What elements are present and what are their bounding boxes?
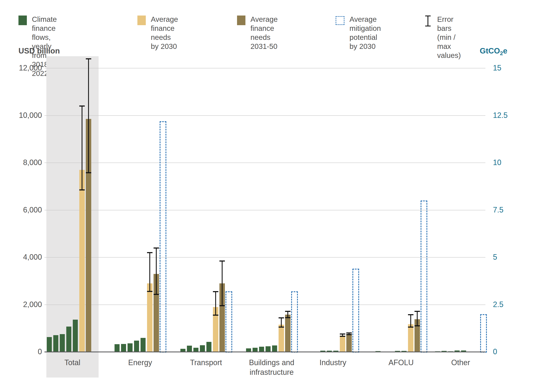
bar-flows-energy-2020 xyxy=(127,343,133,352)
error-need2030-industry-cap-max xyxy=(340,333,345,335)
error-need2030-total-line xyxy=(82,106,82,190)
bar-flows-energy-2019 xyxy=(121,344,126,352)
right-axis-tick-0: 0 xyxy=(493,347,497,356)
error-need2031-50-transport-line xyxy=(222,261,223,306)
error-need2030-energy-cap-max xyxy=(147,252,153,253)
bar-flows-total-2018 xyxy=(47,337,52,352)
mitigation-box-afolu xyxy=(420,201,427,353)
error-need2031-50-transport-cap-max xyxy=(219,261,225,261)
category-label-line: Transport xyxy=(173,358,240,368)
bar-flows-energy-2022 xyxy=(140,338,145,352)
mitigation-box-energy xyxy=(160,121,166,353)
error-need2031-50-buildings-and-infrastructure-cap-max xyxy=(285,311,290,312)
error-need2031-50-energy-cap-max xyxy=(154,247,159,248)
bar-need2030-buildings-and-infrastructure xyxy=(279,325,284,352)
left-axis-tick-0: 0 xyxy=(1,347,42,356)
right-axis-tick-7-5: 7.5 xyxy=(493,205,504,214)
bar-flows-total-2019 xyxy=(53,335,58,352)
error-need2031-50-buildings-and-infrastructure-cap-min xyxy=(285,317,290,318)
gridline-12000 xyxy=(44,68,486,68)
category-label-line: AFOLU xyxy=(368,358,435,368)
left-axis-tick-6000: 6,000 xyxy=(1,205,42,214)
error-need2030-buildings-and-infrastructure-cap-min xyxy=(279,327,284,328)
bar-need2030-energy xyxy=(147,283,153,352)
category-label-energy: Energy xyxy=(107,358,174,368)
bar-flows-energy-2021 xyxy=(134,341,139,352)
error-need2031-50-afolu-line xyxy=(417,311,418,326)
error-need2030-afolu-cap-min xyxy=(408,327,413,328)
bar-need2030-industry xyxy=(340,336,345,352)
bar-flows-buildings-and-infrastructure-2019 xyxy=(252,348,258,352)
bar-flows-transport-2019 xyxy=(187,346,192,352)
right-axis-tick-5: 5 xyxy=(493,253,497,261)
right-axis-tick-2-5: 2.5 xyxy=(493,300,504,309)
category-label-line: Buildings and xyxy=(238,358,305,368)
error-need2030-total-cap-max xyxy=(79,106,85,107)
mitigation-box-industry xyxy=(352,269,359,353)
error-need2031-50-afolu-cap-min xyxy=(415,325,420,326)
left-axis-tick-4000: 4,000 xyxy=(1,253,42,261)
error-need2030-afolu-cap-max xyxy=(408,314,413,315)
category-label-other: Other xyxy=(427,358,494,368)
error-need2030-buildings-and-infrastructure-line xyxy=(281,318,282,327)
gridline-10000 xyxy=(44,115,486,116)
error-need2030-transport-cap-min xyxy=(213,315,218,316)
plot-area: 02,0004,0006,0008,00010,00012,00002.557.… xyxy=(0,0,537,392)
right-axis-tick-10: 10 xyxy=(493,158,501,167)
x-axis-line xyxy=(44,351,486,352)
left-axis-tick-10000: 10,000 xyxy=(1,111,42,120)
category-label-industry: Industry xyxy=(299,358,366,368)
gridline-8000 xyxy=(44,163,486,163)
error-need2030-afolu-line xyxy=(410,315,411,327)
mitigation-box-buildings-and-infrastructure xyxy=(291,291,298,353)
right-axis-tick-15: 15 xyxy=(493,64,501,72)
bar-flows-buildings-and-infrastructure-2020 xyxy=(259,347,264,352)
bar-need2031-50-buildings-and-infrastructure xyxy=(285,315,290,352)
category-label-line: Industry xyxy=(299,358,366,368)
error-need2031-50-industry-cap-min xyxy=(346,334,352,335)
error-need2031-50-transport-cap-min xyxy=(219,305,225,306)
error-need2031-50-buildings-and-infrastructure-line xyxy=(287,311,288,317)
bar-need2030-total xyxy=(79,170,85,352)
bar-need2030-afolu xyxy=(408,324,413,352)
category-label-afolu: AFOLU xyxy=(368,358,435,368)
mitigation-box-transport xyxy=(225,291,232,353)
error-need2030-energy-line xyxy=(149,252,150,292)
error-need2030-transport-line xyxy=(215,292,216,315)
category-label-line: Other xyxy=(427,358,494,368)
error-need2031-50-afolu-cap-max xyxy=(415,311,420,312)
bar-flows-buildings-and-infrastructure-2021 xyxy=(266,346,271,352)
bar-flows-total-2020 xyxy=(60,334,65,352)
error-need2030-energy-cap-min xyxy=(147,291,153,292)
bar-flows-total-2022 xyxy=(73,320,78,352)
bar-flows-energy-2018 xyxy=(115,344,120,352)
mitigation-box-other xyxy=(480,314,487,353)
error-need2030-buildings-and-infrastructure-cap-max xyxy=(279,317,284,318)
left-axis-tick-12000: 12,000 xyxy=(1,64,42,72)
error-need2031-50-total-cap-min xyxy=(86,172,91,173)
left-axis-tick-8000: 8,000 xyxy=(1,158,42,167)
bar-flows-total-2021 xyxy=(66,327,71,352)
error-need2031-50-energy-cap-min xyxy=(154,294,159,295)
category-label-line: Energy xyxy=(107,358,174,368)
category-label-buildings-and-infrastructure: Buildings andinfrastructure xyxy=(238,358,305,377)
error-need2031-50-industry-cap-max xyxy=(346,332,352,333)
bar-flows-transport-2022 xyxy=(206,342,211,352)
bar-flows-buildings-and-infrastructure-2022 xyxy=(272,345,277,352)
right-axis-tick-12-5: 12.5 xyxy=(493,111,508,120)
gridline-2000 xyxy=(44,304,486,305)
category-label-total: Total xyxy=(39,358,106,368)
category-label-transport: Transport xyxy=(173,358,240,368)
error-need2030-industry-cap-min xyxy=(340,336,345,337)
left-axis-tick-2000: 2,000 xyxy=(1,300,42,309)
error-need2030-transport-cap-max xyxy=(213,291,218,292)
error-need2030-total-cap-min xyxy=(79,189,85,191)
bar-flows-transport-2021 xyxy=(200,345,205,352)
error-need2031-50-total-line xyxy=(88,59,89,173)
category-label-line: Total xyxy=(39,358,106,368)
chart-page: Climate finance flows,yearly from 2018 t… xyxy=(0,0,537,392)
error-need2031-50-energy-line xyxy=(156,248,157,294)
error-need2031-50-total-cap-max xyxy=(86,58,91,59)
bar-need2031-50-industry xyxy=(346,334,352,352)
gridline-4000 xyxy=(44,257,486,257)
